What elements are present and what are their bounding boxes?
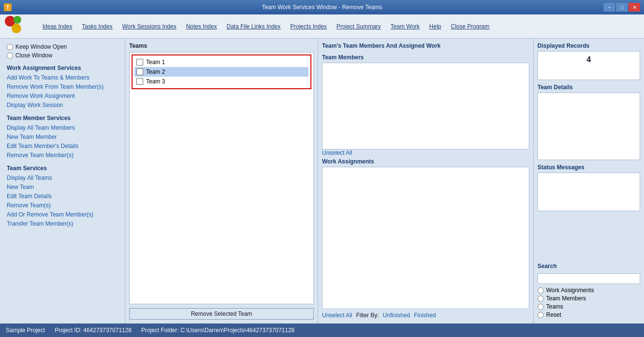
team-services-header: Team Services xyxy=(7,165,118,172)
maximize-button[interactable]: □ xyxy=(616,3,628,12)
search-work-assignments-option[interactable]: Work Assignments xyxy=(537,287,640,294)
close-window-radio[interactable] xyxy=(7,53,13,59)
status-project-name: Sample Project xyxy=(6,327,45,334)
menu-ideas-index[interactable]: Ideas Index xyxy=(42,23,72,30)
filter-by-label: Filter By: xyxy=(356,312,379,319)
team-details-box xyxy=(537,93,640,160)
search-radio-group: Work Assignments Team Members Teams Rese… xyxy=(537,287,640,320)
sidebar-edit-team-details[interactable]: Edit Team Details xyxy=(7,192,118,200)
unselect-all-bottom-button[interactable]: Unselect All xyxy=(322,311,352,320)
menu-help[interactable]: Help xyxy=(429,23,442,30)
sidebar-new-team-member[interactable]: New Team Member xyxy=(7,133,118,141)
search-label: Search xyxy=(537,263,640,270)
team-members-box xyxy=(322,63,529,149)
filter-finished-link[interactable]: Finished xyxy=(414,312,436,319)
search-teams-radio[interactable] xyxy=(537,304,544,310)
menu-bar: Ideas Index Tasks Index Work Sessions In… xyxy=(0,14,644,39)
menu-project-summary[interactable]: Project Summary xyxy=(336,23,381,30)
menu-tasks-index[interactable]: Tasks Index xyxy=(82,23,112,30)
records-count: 4 xyxy=(540,54,638,66)
team-1-checkbox[interactable] xyxy=(136,59,143,66)
team-1-label: Team 1 xyxy=(146,59,165,66)
team-item-1[interactable]: Team 1 xyxy=(134,57,309,67)
displayed-records-box: 4 xyxy=(537,51,640,80)
remove-selected-team-button[interactable]: Remove Selected Team xyxy=(129,308,314,320)
search-teams-label: Teams xyxy=(546,303,563,310)
center-area: Teams Team 1 Team 2 Team 3 xyxy=(125,39,533,324)
sidebar-edit-team-member[interactable]: Edit Team Member's Details xyxy=(7,142,118,150)
search-team-members-radio[interactable] xyxy=(537,296,544,302)
status-project-folder: Project Folder: C:\Users\Darren\Projects… xyxy=(141,327,295,334)
team-2-label: Team 2 xyxy=(146,68,165,75)
filter-bar: Unselect All Filter By: Unfinished Finis… xyxy=(322,311,529,320)
team-details-main-title: Team's Team Members And Assigned Work xyxy=(322,42,529,49)
team-3-checkbox[interactable] xyxy=(136,78,143,85)
window-title: Team Work Services Window - Remove Teams xyxy=(262,4,382,11)
sidebar-new-team[interactable]: New Team xyxy=(7,183,118,191)
sidebar-transfer-team-member[interactable]: Transfer Team Member(s) xyxy=(7,220,118,228)
sidebar-display-all-teams[interactable]: Display All Teams xyxy=(7,174,118,182)
filter-unfinished-link[interactable]: Unfinished xyxy=(383,312,410,319)
sidebar-display-all-members[interactable]: Display All Team Members xyxy=(7,124,118,132)
keep-window-open-option[interactable]: Keep Window Open xyxy=(7,43,118,50)
unselect-all-top-button[interactable]: Unselect All xyxy=(322,148,352,157)
sidebar-add-work[interactable]: Add Work To Teams & Members xyxy=(7,74,118,81)
status-messages-box xyxy=(537,173,640,211)
work-assignment-services-header: Work Assignment Services xyxy=(7,65,118,71)
team-3-label: Team 3 xyxy=(146,78,165,85)
teams-panel-title: Teams xyxy=(129,42,314,49)
keep-window-open-label: Keep Window Open xyxy=(15,43,67,50)
app-icon: T xyxy=(4,3,12,11)
minimize-button[interactable]: − xyxy=(604,3,615,12)
menu-team-work[interactable]: Team Work xyxy=(390,23,419,30)
team-item-3[interactable]: Team 3 xyxy=(134,77,309,86)
work-assignments-box xyxy=(322,167,529,309)
window-option-group: Keep Window Open Close Window xyxy=(7,43,118,59)
right-panel: Displayed Records 4 Team Details Status … xyxy=(533,39,644,324)
close-window-option[interactable]: Close Window xyxy=(7,52,118,59)
status-project-id: Project ID: 464273737071128 xyxy=(54,327,131,334)
search-work-assignments-radio[interactable] xyxy=(537,287,544,294)
close-button[interactable]: ✕ xyxy=(629,3,640,12)
work-assignments-label: Work Assignments xyxy=(322,158,529,165)
sidebar-remove-teams[interactable]: Remove Team(s) xyxy=(7,202,118,209)
main-content: Keep Window Open Close Window Work Assig… xyxy=(0,39,644,324)
menu-notes-index[interactable]: Notes Index xyxy=(186,23,217,30)
team-member-services-header: Team Member Services xyxy=(7,115,118,121)
team-2-checkbox[interactable] xyxy=(136,68,143,75)
logo-yellow-circle xyxy=(12,24,21,33)
menu-close-program[interactable]: Close Program xyxy=(451,23,489,30)
menu-projects-index[interactable]: Projects Index xyxy=(290,23,327,30)
sidebar-remove-work-from-member[interactable]: Remove Work From Team Member(s) xyxy=(7,83,118,91)
status-messages-label: Status Messages xyxy=(537,164,640,171)
status-messages-section: Status Messages xyxy=(537,164,640,211)
search-team-members-option[interactable]: Team Members xyxy=(537,295,640,302)
search-reset-option[interactable]: Reset xyxy=(537,311,640,318)
keep-window-open-radio[interactable] xyxy=(7,44,13,50)
sidebar-remove-work-assignment[interactable]: Remove Work Assignment xyxy=(7,92,118,100)
sidebar-display-work-session[interactable]: Display Work Session xyxy=(7,101,118,109)
app-logo xyxy=(5,16,28,37)
search-input[interactable] xyxy=(537,273,640,284)
team-item-2[interactable]: Team 2 xyxy=(134,67,309,77)
search-team-members-label: Team Members xyxy=(546,295,586,302)
status-bar: Sample Project Project ID: 4642737370711… xyxy=(0,324,644,337)
logo-green-circle xyxy=(13,16,21,24)
search-teams-option[interactable]: Teams xyxy=(537,303,640,310)
menu-data-file-links-index[interactable]: Data File Links Index xyxy=(227,23,281,30)
window-controls: − □ ✕ xyxy=(604,3,640,12)
menu-work-sessions-index[interactable]: Work Sessions Index xyxy=(122,23,176,30)
sidebar-add-remove-team-members[interactable]: Add Or Remove Team Member(s) xyxy=(7,211,118,218)
search-reset-radio[interactable] xyxy=(537,312,544,318)
team-members-section: Team Members Unselect All xyxy=(322,54,529,156)
displayed-records-label: Displayed Records xyxy=(537,42,640,49)
team-details-panel: Team's Team Members And Assigned Work Te… xyxy=(318,39,533,324)
search-reset-label: Reset xyxy=(546,311,561,318)
team-members-label: Team Members xyxy=(322,54,529,61)
team-details-section: Team Details xyxy=(537,84,640,160)
teams-highlight-border: Team 1 Team 2 Team 3 xyxy=(132,54,311,89)
sidebar-remove-team-member[interactable]: Remove Team Member(s) xyxy=(7,151,118,159)
teams-list[interactable]: Team 1 Team 2 Team 3 xyxy=(129,52,314,304)
close-window-label: Close Window xyxy=(15,52,53,59)
team-details-label: Team Details xyxy=(537,84,640,91)
